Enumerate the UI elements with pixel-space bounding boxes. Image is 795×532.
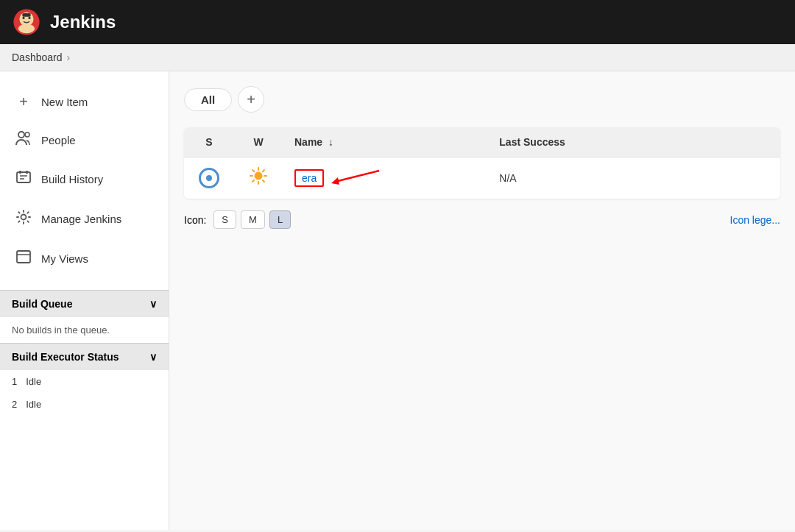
svg-rect-12 bbox=[26, 171, 28, 174]
executor-2-row: 2 Idle bbox=[0, 393, 169, 416]
build-history-icon bbox=[15, 170, 32, 188]
svg-point-2 bbox=[18, 24, 35, 33]
executor-1-status: Idle bbox=[26, 376, 41, 387]
sidebar: + New Item People bbox=[0, 71, 169, 530]
svg-point-13 bbox=[21, 215, 26, 220]
weather-sun-icon bbox=[249, 169, 268, 189]
svg-marker-26 bbox=[331, 177, 339, 185]
build-queue-label: Build Queue bbox=[12, 298, 72, 310]
col-name[interactable]: Name ↓ bbox=[283, 127, 487, 157]
jobs-table: S W Name ↓ Last Success bbox=[184, 127, 780, 199]
icon-size-row: Icon: S M L Icon lege... bbox=[184, 210, 780, 229]
build-queue-section[interactable]: Build Queue ∨ bbox=[0, 290, 169, 317]
svg-line-22 bbox=[263, 180, 264, 182]
svg-rect-11 bbox=[19, 171, 21, 174]
table-row: era N/A bbox=[184, 157, 780, 199]
gear-icon bbox=[15, 209, 32, 229]
svg-line-25 bbox=[335, 171, 379, 182]
sidebar-nav: + New Item People bbox=[0, 71, 169, 290]
svg-point-6 bbox=[18, 132, 24, 138]
svg-rect-14 bbox=[17, 251, 30, 263]
sidebar-item-label: Build History bbox=[41, 173, 103, 185]
executor-1-row: 1 Idle bbox=[0, 370, 169, 393]
main-content: All + S W Name ↓ Last Success bbox=[169, 71, 795, 530]
svg-line-23 bbox=[252, 180, 254, 182]
icon-size-label: Icon: bbox=[184, 214, 206, 226]
build-executor-label: Build Executor Status bbox=[12, 351, 119, 363]
people-icon bbox=[15, 131, 32, 149]
tab-all[interactable]: All bbox=[184, 88, 232, 111]
col-last-success: Last Success bbox=[487, 127, 780, 157]
breadcrumb-chevron: › bbox=[67, 52, 71, 63]
header-title: Jenkins bbox=[50, 12, 116, 32]
sidebar-item-people[interactable]: People bbox=[0, 121, 169, 160]
tabs-row: All + bbox=[184, 86, 780, 113]
header: Jenkins bbox=[0, 0, 795, 44]
build-executor-section[interactable]: Build Executor Status ∨ bbox=[0, 343, 169, 370]
icon-size-m-btn[interactable]: M bbox=[241, 210, 265, 229]
sidebar-item-label: Manage Jenkins bbox=[41, 213, 121, 225]
col-s: S bbox=[184, 127, 234, 157]
cell-name: era bbox=[283, 157, 487, 199]
svg-line-21 bbox=[252, 170, 254, 171]
icon-size-s-btn[interactable]: S bbox=[213, 210, 236, 229]
executor-1-number: 1 bbox=[12, 376, 17, 387]
job-name-link[interactable]: era bbox=[294, 169, 324, 187]
svg-rect-8 bbox=[17, 172, 30, 182]
sidebar-item-my-views[interactable]: My Views bbox=[0, 239, 169, 278]
svg-point-7 bbox=[25, 132, 29, 137]
build-executor-chevron: ∨ bbox=[149, 351, 157, 363]
svg-line-24 bbox=[263, 170, 264, 171]
cell-weather bbox=[234, 157, 283, 199]
views-icon bbox=[15, 249, 32, 268]
breadcrumb-dashboard[interactable]: Dashboard bbox=[12, 52, 63, 63]
svg-point-3 bbox=[22, 17, 24, 19]
executor-2-status: Idle bbox=[26, 399, 41, 410]
tab-add[interactable]: + bbox=[238, 86, 264, 113]
cell-status bbox=[184, 157, 234, 199]
build-queue-chevron: ∨ bbox=[149, 298, 157, 310]
svg-rect-5 bbox=[22, 13, 30, 17]
cell-last-success: N/A bbox=[487, 157, 780, 199]
sidebar-item-manage-jenkins[interactable]: Manage Jenkins bbox=[0, 199, 169, 239]
annotation-arrow bbox=[328, 167, 386, 189]
sidebar-item-label: People bbox=[41, 134, 76, 146]
sidebar-item-build-history[interactable]: Build History bbox=[0, 160, 169, 199]
sidebar-item-new-item[interactable]: + New Item bbox=[0, 83, 169, 121]
build-queue-content: No builds in the queue. bbox=[0, 317, 169, 343]
sidebar-item-label: New Item bbox=[41, 96, 88, 108]
breadcrumb: Dashboard › bbox=[0, 44, 795, 71]
svg-point-4 bbox=[28, 17, 30, 19]
sidebar-item-label: My Views bbox=[41, 252, 88, 265]
executor-2-number: 2 bbox=[12, 399, 17, 410]
icon-size-l-btn[interactable]: L bbox=[269, 210, 291, 229]
plus-icon: + bbox=[15, 93, 32, 110]
icon-legend-link[interactable]: Icon lege... bbox=[730, 214, 781, 226]
svg-point-16 bbox=[255, 172, 262, 180]
jenkins-logo-icon bbox=[12, 7, 41, 37]
col-w: W bbox=[234, 127, 283, 157]
status-circle-icon bbox=[199, 168, 219, 188]
